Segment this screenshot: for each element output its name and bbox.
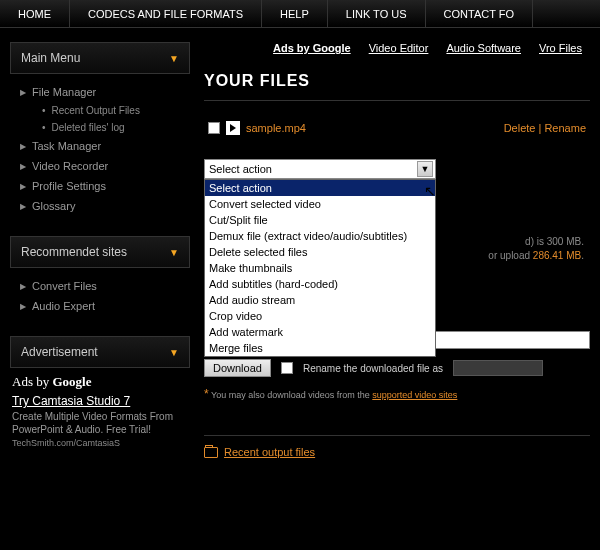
nav-contact[interactable]: CONTACT FO — [426, 0, 533, 28]
option-subtitles[interactable]: Add subtitles (hard-coded) — [205, 276, 435, 292]
sidebar-item-label: Convert Files — [32, 280, 97, 292]
sidebar-item-label: File Manager — [32, 86, 96, 98]
chevron-down-icon[interactable]: ▼ — [417, 161, 433, 177]
sidebar-item-task-manager[interactable]: ▶Task Manager — [20, 136, 190, 156]
ads-by-google-link[interactable]: Ads by Google — [273, 42, 351, 54]
caret-icon: ▶ — [20, 302, 26, 311]
action-select[interactable]: Select action ▼ — [204, 159, 436, 179]
ad-title[interactable]: Try Camtasia Studio 7 — [12, 394, 188, 408]
option-thumbnails[interactable]: Make thumbnails — [205, 260, 435, 276]
sidebar-item-label: Video Recorder — [32, 160, 108, 172]
sidebar-item-label: Task Manager — [32, 140, 101, 152]
caret-icon: ▶ — [20, 202, 26, 211]
sidebar-item-label: Profile Settings — [32, 180, 106, 192]
upload-remaining: 286.41 MB — [533, 250, 581, 261]
ads-link-video-editor[interactable]: Video Editor — [369, 42, 429, 54]
sidebar-item-file-manager[interactable]: ▶File Manager — [20, 82, 190, 102]
play-icon[interactable] — [226, 121, 240, 135]
chevron-down-icon: ▼ — [169, 53, 179, 64]
nav-home[interactable]: HOME — [0, 0, 70, 28]
main-menu-label: Main Menu — [21, 51, 80, 65]
main-menu-header[interactable]: Main Menu ▼ — [10, 42, 190, 74]
option-merge[interactable]: Merge files — [205, 340, 435, 356]
caret-icon: ▶ — [20, 88, 26, 97]
supported-sites-link[interactable]: supported video sites — [372, 390, 457, 400]
advertisement-header[interactable]: Advertisement ▼ — [10, 336, 190, 368]
option-convert[interactable]: Convert selected video — [205, 196, 435, 212]
ad-description: Create Multiple Video Formats From Power… — [12, 410, 188, 436]
action-dropdown: Select action Convert selected video Cut… — [204, 179, 436, 357]
file-checkbox[interactable] — [208, 122, 220, 134]
caret-icon: ▶ — [20, 162, 26, 171]
rename-checkbox[interactable] — [281, 362, 293, 374]
rename-label: Rename the downloaded file as — [303, 363, 443, 374]
delete-link[interactable]: Delete — [504, 122, 536, 134]
folder-icon — [204, 447, 218, 458]
rename-input[interactable] — [453, 360, 543, 376]
sidebar-item-label: Glossary — [32, 200, 75, 212]
top-nav: HOME CODECS AND FILE FORMATS HELP LINK T… — [0, 0, 600, 28]
footnote: * You may also download videos from the … — [204, 387, 590, 401]
sidebar-item-video-recorder[interactable]: ▶Video Recorder — [20, 156, 190, 176]
sidebar: Main Menu ▼ ▶File Manager Recent Output … — [0, 28, 190, 458]
recent-output-link[interactable]: Recent output files — [224, 446, 315, 458]
option-cut-split[interactable]: Cut/Split file — [205, 212, 435, 228]
advertisement-label: Advertisement — [21, 345, 98, 359]
page-title: YOUR FILES — [204, 68, 590, 101]
recommended-label: Recommendet sites — [21, 245, 127, 259]
ads-link-vro-files[interactable]: Vro Files — [539, 42, 582, 54]
chevron-down-icon: ▼ — [169, 347, 179, 358]
sidebar-item-label: Audio Expert — [32, 300, 95, 312]
sidebar-item-profile-settings[interactable]: ▶Profile Settings — [20, 176, 190, 196]
caret-icon: ▶ — [20, 142, 26, 151]
option-audio-stream[interactable]: Add audio stream — [205, 292, 435, 308]
sidebar-item-audio-expert[interactable]: ▶Audio Expert — [20, 296, 190, 316]
sidebar-sub-deleted-log[interactable]: Deleted files' log — [20, 119, 190, 136]
sidebar-item-convert-files[interactable]: ▶Convert Files — [20, 276, 190, 296]
option-select-action[interactable]: Select action — [205, 180, 435, 196]
rename-link[interactable]: Rename — [544, 122, 586, 134]
adsense-block: Ads by Google Try Camtasia Studio 7 Crea… — [10, 368, 190, 454]
option-delete[interactable]: Delete selected files — [205, 244, 435, 260]
recommended-header[interactable]: Recommendet sites ▼ — [10, 236, 190, 268]
ads-by-google-label: Ads by Google — [12, 374, 188, 390]
download-button[interactable]: Download — [204, 359, 271, 377]
main-content: Ads by Google Video Editor Audio Softwar… — [190, 28, 600, 458]
caret-icon: ▶ — [20, 282, 26, 291]
option-demux[interactable]: Demux file (extract video/audio/subtitle… — [205, 228, 435, 244]
sidebar-sub-recent-output[interactable]: Recent Output Files — [20, 102, 190, 119]
nav-link-to-us[interactable]: LINK TO US — [328, 0, 426, 28]
select-value: Select action — [209, 163, 272, 175]
ads-link-row: Ads by Google Video Editor Audio Softwar… — [204, 38, 590, 68]
file-actions: Delete | Rename — [504, 122, 586, 134]
nav-help[interactable]: HELP — [262, 0, 328, 28]
sidebar-item-glossary[interactable]: ▶Glossary — [20, 196, 190, 216]
asterisk-icon: * — [204, 387, 209, 401]
file-row: sample.mp4 Delete | Rename — [204, 101, 590, 153]
option-watermark[interactable]: Add watermark — [205, 324, 435, 340]
chevron-down-icon: ▼ — [169, 247, 179, 258]
action-area: Select action ▼ Select action Convert se… — [204, 159, 590, 263]
ads-link-audio-software[interactable]: Audio Software — [446, 42, 521, 54]
caret-icon: ▶ — [20, 182, 26, 191]
option-crop[interactable]: Crop video — [205, 308, 435, 324]
nav-codecs[interactable]: CODECS AND FILE FORMATS — [70, 0, 262, 28]
file-name[interactable]: sample.mp4 — [246, 122, 306, 134]
ad-url[interactable]: TechSmith.com/CamtasiaS — [12, 438, 188, 448]
